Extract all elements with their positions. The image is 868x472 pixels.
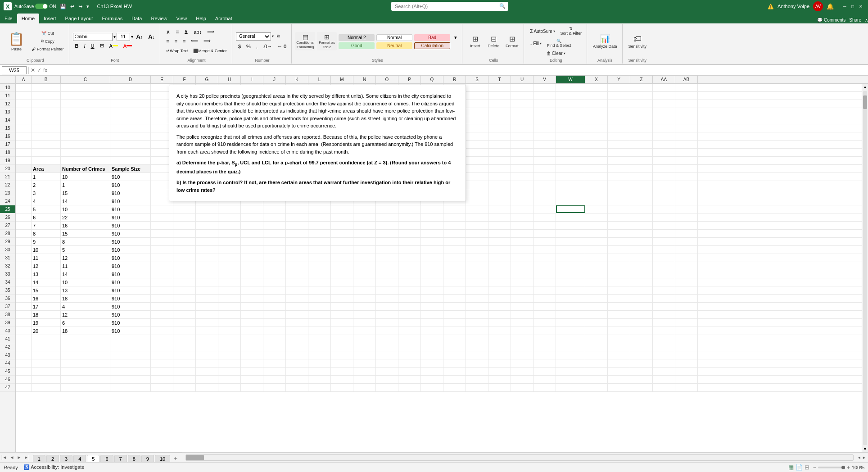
cell-col-b-36[interactable]: 16 <box>32 295 61 302</box>
cell-col-e-37[interactable] <box>151 303 173 310</box>
bold-button[interactable]: B <box>73 42 81 50</box>
row-num-16[interactable]: 16 <box>0 132 15 141</box>
cell-col-y-36[interactable] <box>608 295 630 302</box>
cell-col-v-21[interactable] <box>533 173 556 181</box>
cell-col-r-28[interactable] <box>443 230 466 237</box>
cell-col-o-38[interactable] <box>376 311 398 318</box>
cell-col-t-28[interactable] <box>488 230 511 237</box>
cell-col-a-36[interactable] <box>16 295 32 302</box>
row-num-10[interactable]: 10 <box>0 84 15 92</box>
cell-col-k-39[interactable] <box>286 319 308 327</box>
cell-col-j-30[interactable] <box>263 246 286 254</box>
row-num-46[interactable]: 46 <box>0 376 15 384</box>
cell-col-m-37[interactable] <box>331 303 353 310</box>
cell-col-s-40[interactable] <box>466 327 488 335</box>
cell-col-g-36[interactable] <box>196 295 218 302</box>
row-num-20[interactable]: 20 <box>0 165 15 173</box>
cell-col-c-36[interactable]: 18 <box>61 295 110 302</box>
cell-col-g-39[interactable] <box>196 319 218 327</box>
cell-col-l-39[interactable] <box>308 319 331 327</box>
cell-col-w-28[interactable] <box>556 230 585 237</box>
row-num-27[interactable]: 27 <box>0 222 15 230</box>
cell-col-aa-27[interactable] <box>653 222 675 229</box>
cell-col-y-29[interactable] <box>608 238 630 245</box>
cell-col-s-27[interactable] <box>466 222 488 229</box>
cell-col-w-38[interactable] <box>556 311 585 318</box>
cell-col-p-33[interactable] <box>398 270 421 278</box>
cell-col-j-25[interactable] <box>263 205 286 213</box>
cell-c20[interactable]: Number of Crimes <box>61 165 110 172</box>
cell-col-b-35[interactable]: 15 <box>32 286 61 294</box>
style-neutral[interactable]: Neutral <box>376 42 412 49</box>
cell-col-h-36[interactable] <box>218 295 241 302</box>
row-num-47[interactable]: 47 <box>0 384 15 392</box>
cell-col-s-38[interactable] <box>466 311 488 318</box>
cell-col-aa-29[interactable] <box>653 238 675 245</box>
cell-col-z-29[interactable] <box>630 238 653 245</box>
cell-col-t-30[interactable] <box>488 246 511 254</box>
notifications-icon[interactable]: 🔔 <box>827 3 834 10</box>
cell-col-x-37[interactable] <box>585 303 608 310</box>
row-num-38[interactable]: 38 <box>0 311 15 319</box>
cell-col-x-36[interactable] <box>585 295 608 302</box>
cell-col-x-30[interactable] <box>585 246 608 254</box>
cell-col-q-27[interactable] <box>421 222 443 229</box>
cell-col-b-39[interactable]: 19 <box>32 319 61 327</box>
col-header-n[interactable]: N <box>353 76 376 83</box>
row-num-22[interactable]: 22 <box>0 181 15 189</box>
cell-col-g-30[interactable] <box>196 246 218 254</box>
cell-col-o-27[interactable] <box>376 222 398 229</box>
cell-col-q-26[interactable] <box>421 213 443 221</box>
row-num-24[interactable]: 24 <box>0 197 15 205</box>
cell-col-z-38[interactable] <box>630 311 653 318</box>
cell-col-c-39[interactable]: 6 <box>61 319 110 327</box>
tab-help[interactable]: Help <box>191 14 211 23</box>
cell-col-u-33[interactable] <box>511 270 533 278</box>
cell-col-t-27[interactable] <box>488 222 511 229</box>
cell-col-ab-40[interactable] <box>675 327 698 335</box>
cell-col-o-31[interactable] <box>376 254 398 262</box>
cell-col-p-32[interactable] <box>398 262 421 270</box>
cell-col-s-25[interactable] <box>466 205 488 213</box>
cell-col-e-26[interactable] <box>151 213 173 221</box>
cell-col-u-26[interactable] <box>511 213 533 221</box>
row-num-35[interactable]: 35 <box>0 286 15 295</box>
cell-col-l-30[interactable] <box>308 246 331 254</box>
zoom-in-button[interactable]: + <box>847 464 850 471</box>
redo-button[interactable]: ↪ <box>77 3 84 10</box>
cell-col-ab-36[interactable] <box>675 295 698 302</box>
font-decrease-button[interactable]: A↓ <box>146 33 157 41</box>
cell-col-a-27[interactable] <box>16 222 32 229</box>
copy-button[interactable]: ⧉ Copy <box>29 37 66 45</box>
cell-col-k-32[interactable] <box>286 262 308 270</box>
cell-col-q-29[interactable] <box>421 238 443 245</box>
cell-col-b-33[interactable]: 13 <box>32 270 61 278</box>
cell-col-u-35[interactable] <box>511 286 533 294</box>
cell-col-q-36[interactable] <box>421 295 443 302</box>
cell-col-w-35[interactable] <box>556 286 585 294</box>
cell-col-y-24[interactable] <box>608 197 630 205</box>
cancel-formula-button[interactable]: ✕ <box>31 67 35 73</box>
cell-col-d-29[interactable]: 910 <box>110 238 151 245</box>
cell-col-t-32[interactable] <box>488 262 511 270</box>
style-normal[interactable]: Normal <box>376 34 412 41</box>
col-header-k[interactable]: K <box>286 76 308 83</box>
cell-col-t-26[interactable] <box>488 213 511 221</box>
cell-col-n-27[interactable] <box>353 222 376 229</box>
cell-col-g-31[interactable] <box>196 254 218 262</box>
insert-function-button[interactable]: fx <box>43 67 47 73</box>
cell-col-r-30[interactable] <box>443 246 466 254</box>
cell-col-b-24[interactable]: 4 <box>32 197 61 205</box>
cell-col-p-27[interactable] <box>398 222 421 229</box>
cell-col-a-30[interactable] <box>16 246 32 254</box>
cell-col-x-28[interactable] <box>585 230 608 237</box>
cell-col-f-36[interactable] <box>173 295 196 302</box>
cell-col-v-23[interactable] <box>533 189 556 197</box>
col-header-u[interactable]: U <box>511 76 533 83</box>
cell-col-s-31[interactable] <box>466 254 488 262</box>
cell-col-a-33[interactable] <box>16 270 32 278</box>
customize-qa-button[interactable]: ▾ <box>85 3 90 10</box>
cell-col-i-30[interactable] <box>241 246 263 254</box>
cell-col-u-40[interactable] <box>511 327 533 335</box>
cell-col-aa-26[interactable] <box>653 213 675 221</box>
